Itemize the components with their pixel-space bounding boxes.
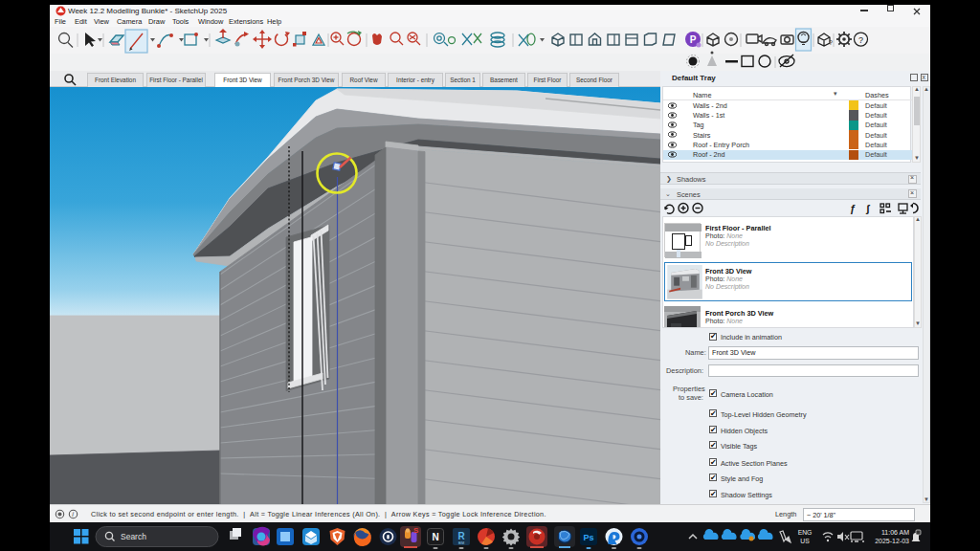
svg-text:?: ? — [829, 39, 833, 46]
svg-text:US: US — [800, 538, 810, 544]
svg-text:i: i — [72, 510, 74, 518]
svg-text:?: ? — [858, 35, 863, 45]
svg-text:ƒ: ƒ — [850, 203, 856, 214]
svg-text:ʃ: ʃ — [865, 203, 871, 214]
svg-text:11:06 AM: 11:06 AM — [881, 529, 909, 536]
svg-text:Ps: Ps — [583, 533, 593, 542]
svg-text:BIM: BIM — [458, 541, 464, 545]
svg-text:ENG: ENG — [798, 529, 813, 536]
svg-text:R: R — [457, 531, 465, 541]
svg-text:Search: Search — [121, 532, 146, 541]
svg-text:2025-12-03: 2025-12-03 — [875, 538, 909, 544]
svg-text:S: S — [413, 526, 419, 535]
svg-text:P: P — [690, 34, 697, 45]
svg-text:N: N — [432, 532, 438, 542]
